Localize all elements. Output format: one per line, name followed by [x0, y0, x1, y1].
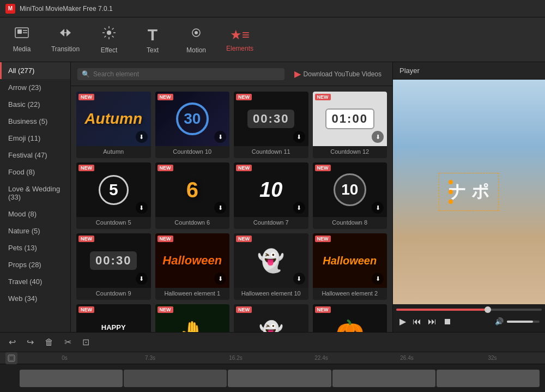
progress-thumb[interactable]	[485, 306, 491, 313]
cd5-label: Countdown 5	[94, 217, 134, 229]
next-button[interactable]: ⏭	[427, 316, 438, 328]
cd8-download-icon[interactable]: ⬇	[372, 202, 384, 214]
element-hw6[interactable]: NEW 🎃 ⬇ Halloween element 6	[313, 304, 387, 332]
track-clip-5[interactable]	[437, 370, 540, 387]
ruler-mark-2: 16.2s	[193, 355, 278, 361]
volume-track[interactable]	[507, 321, 540, 323]
element-hw10[interactable]: NEW 👻 ⬇ Halloween element 10	[234, 233, 308, 300]
content-area: 🔍 ▶ Download YouTube Videos NEW Autumn ⬇…	[71, 62, 392, 332]
element-countdown5[interactable]: NEW 5 ⬇ Countdown 5	[76, 162, 151, 229]
cut-button[interactable]: ✂	[61, 336, 75, 348]
sidebar-item-web[interactable]: Web (34)	[0, 290, 70, 307]
element-countdown11[interactable]: NEW 00:30 ⬇ Countdown 11	[234, 92, 308, 158]
element-hw1[interactable]: NEW Halloween ⬇ Halloween element 1	[155, 233, 230, 300]
hw10-download-icon[interactable]: ⬇	[293, 273, 305, 285]
cd9-download-icon[interactable]: ⬇	[136, 273, 148, 285]
cd6-download-icon[interactable]: ⬇	[214, 202, 226, 214]
sidebar-item-basic[interactable]: Basic (22)	[0, 96, 70, 113]
hw2-download-icon[interactable]: ⬇	[372, 273, 384, 285]
cd9-thumbnail: NEW 00:30 ⬇	[76, 233, 151, 288]
crop-button[interactable]: ⊡	[79, 336, 93, 348]
sidebar-item-mood[interactable]: Mood (8)	[0, 206, 70, 222]
hw6-thumbnail: NEW 🎃 ⬇	[313, 304, 387, 332]
element-countdown6[interactable]: NEW 6 ⬇ Countdown 6	[155, 162, 230, 229]
play-button[interactable]: ▶	[398, 315, 407, 328]
delete-button[interactable]: 🗑	[41, 336, 57, 348]
element-hw3[interactable]: NEW HAPPYHALLOWEEN ⬇ Halloween element 3	[76, 304, 151, 332]
prev-button[interactable]: ⏮	[411, 316, 422, 328]
toolbar-media[interactable]: Media	[0, 17, 44, 62]
handle-bottom-left[interactable]	[449, 200, 453, 204]
toolbar-elements[interactable]: ★≡ Elements	[218, 17, 262, 62]
cd7-download-icon[interactable]: ⬇	[293, 202, 305, 214]
content-header: 🔍 ▶ Download YouTube Videos	[71, 62, 392, 86]
handle-middle-left[interactable]	[449, 190, 453, 194]
sidebar-item-travel[interactable]: Travel (40)	[0, 273, 70, 290]
hw2-new-badge: NEW	[315, 236, 331, 242]
cd11-new-badge: NEW	[236, 94, 252, 100]
cd10-new-badge: NEW	[158, 94, 173, 100]
toolbar-effect[interactable]: Effect	[87, 17, 131, 62]
track-clip-2[interactable]	[124, 370, 227, 387]
cd7-label: Countdown 7	[251, 217, 291, 229]
toolbar-media-label: Media	[13, 45, 31, 53]
toolbar-transition[interactable]: Transition	[44, 17, 87, 62]
sidebar-item-nature[interactable]: Nature (5)	[0, 222, 70, 239]
element-countdown12[interactable]: NEW 01:00 ⬇ Countdown 12	[313, 92, 387, 158]
cd8-new-badge: NEW	[315, 165, 331, 171]
player-controls: ▶ ⏮ ⏭ ⏹ 🔊	[393, 304, 545, 332]
undo-button[interactable]: ↩	[5, 336, 19, 348]
element-countdown7[interactable]: NEW 10 ⬇ Countdown 7	[234, 162, 308, 229]
app-icon: M	[5, 4, 15, 14]
search-input[interactable]	[93, 70, 280, 78]
autumn-download-icon[interactable]: ⬇	[136, 131, 148, 143]
sidebar-item-arrow[interactable]: Arrow (23)	[0, 79, 70, 96]
search-box[interactable]: 🔍	[77, 68, 284, 80]
sidebar-item-festival[interactable]: Festival (47)	[0, 147, 70, 164]
element-hw5[interactable]: NEW 👻 ⬇ Halloween element 5	[234, 304, 308, 332]
stop-button[interactable]: ⏹	[442, 316, 453, 328]
cd6-new-badge: NEW	[158, 165, 173, 171]
element-hw2[interactable]: NEW Halloween ⬇ Halloween element 2	[313, 233, 387, 300]
ruler-mark-3: 22.4s	[278, 355, 364, 361]
control-buttons: ▶ ⏮ ⏭ ⏹ 🔊	[396, 314, 542, 329]
sidebar-item-props[interactable]: Props (28)	[0, 256, 70, 273]
track-clip-3[interactable]	[228, 370, 331, 387]
cd5-download-icon[interactable]: ⬇	[136, 202, 148, 214]
sidebar-item-business[interactable]: Business (5)	[0, 113, 70, 130]
volume-icon[interactable]: 🔊	[494, 316, 505, 327]
sidebar-travel-label: Travel (40)	[8, 278, 42, 286]
sidebar-item-pets[interactable]: Pets (13)	[0, 239, 70, 256]
toolbar-text[interactable]: T Text	[131, 17, 174, 62]
element-countdown8[interactable]: NEW 10 ⬇ Countdown 8	[313, 162, 387, 229]
sidebar-item-food[interactable]: Food (8)	[0, 164, 70, 180]
download-youtube-button[interactable]: ▶ Download YouTube Videos	[290, 67, 386, 81]
ruler-mark-0: 0s	[22, 355, 107, 361]
element-countdown10[interactable]: NEW 30 ⬇ Countdown 10	[155, 92, 230, 158]
track-clip-4[interactable]	[332, 370, 435, 387]
element-autumn[interactable]: NEW Autumn ⬇ Autumn	[76, 92, 151, 158]
hw10-label: Halloween element 10	[239, 288, 303, 300]
sidebar-item-all[interactable]: All (277)	[0, 62, 70, 79]
progress-bar[interactable]	[396, 309, 542, 311]
toolbar-transition-label: Transition	[51, 45, 80, 53]
cd11-download-icon[interactable]: ⬇	[293, 131, 305, 143]
sidebar-emoji-label: Emoji (11)	[8, 134, 40, 142]
sidebar-item-love[interactable]: Love & Wedding (33)	[0, 180, 70, 206]
sidebar-item-emoji[interactable]: Emoji (11)	[0, 130, 70, 147]
element-hw4[interactable]: NEW 🤚 ⬇ Halloween element 4	[155, 304, 230, 332]
sidebar-arrow-label: Arrow (23)	[8, 83, 41, 92]
hw1-download-icon[interactable]: ⬇	[214, 273, 226, 285]
cd11-thumbnail: NEW 00:30 ⬇	[234, 92, 308, 146]
svg-point-7	[195, 31, 198, 34]
cd12-download-icon[interactable]: ⬇	[372, 131, 384, 143]
toolbar-motion[interactable]: Motion	[174, 17, 218, 62]
element-countdown9[interactable]: NEW 00:30 ⬇ Countdown 9	[76, 233, 151, 300]
handle-top-left[interactable]	[449, 180, 453, 184]
sidebar-love-label: Love & Wedding (33)	[8, 185, 60, 201]
redo-button[interactable]: ↪	[23, 336, 37, 348]
hw4-new-badge: NEW	[158, 306, 173, 313]
cd10-download-icon[interactable]: ⬇	[214, 131, 226, 143]
track-clip-1[interactable]	[20, 370, 123, 387]
cd12-thumbnail: NEW 01:00 ⬇	[313, 92, 387, 146]
